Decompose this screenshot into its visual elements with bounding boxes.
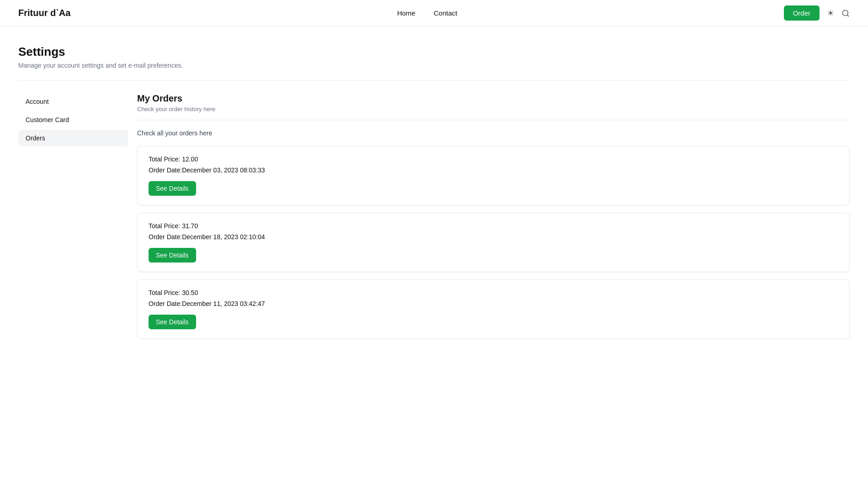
- sidebar: Account Customer Card Orders: [18, 93, 137, 346]
- sidebar-item-account[interactable]: Account: [18, 93, 128, 110]
- order-total: Total Price: 31.70: [149, 222, 838, 230]
- search-icon: [841, 9, 850, 17]
- theme-toggle-button[interactable]: ☀: [827, 8, 834, 18]
- see-details-button[interactable]: See Details: [149, 181, 196, 196]
- order-button[interactable]: Order: [784, 5, 820, 21]
- header-divider: [18, 80, 850, 80]
- nav-contact[interactable]: Contact: [434, 9, 458, 17]
- main-nav: Home Contact: [397, 9, 458, 17]
- see-details-button[interactable]: See Details: [149, 315, 196, 329]
- logo: Frituur d`Aa: [18, 8, 70, 18]
- section-divider: [137, 120, 850, 120]
- order-date: Order Date:December 03, 2023 08:03:33: [149, 166, 838, 174]
- order-date: Order Date:December 18, 2023 02:10:04: [149, 233, 838, 241]
- order-card: Total Price: 12.00Order Date:December 03…: [137, 146, 850, 205]
- search-button[interactable]: [841, 9, 850, 17]
- main-content: Settings Manage your account settings an…: [0, 27, 868, 346]
- order-total: Total Price: 12.00: [149, 155, 838, 163]
- svg-line-1: [847, 15, 848, 16]
- header-actions: Order ☀: [784, 5, 850, 21]
- see-details-button[interactable]: See Details: [149, 248, 196, 263]
- orders-section: My Orders Check your order history here …: [137, 93, 850, 346]
- nav-home[interactable]: Home: [397, 9, 415, 17]
- content-layout: Account Customer Card Orders My Orders C…: [18, 93, 850, 346]
- sun-icon: ☀: [827, 8, 834, 18]
- orders-intro: Check all your orders here: [137, 129, 850, 137]
- page-title: Settings: [18, 45, 850, 59]
- order-date: Order Date:December 11, 2023 03:42:47: [149, 300, 838, 307]
- page-subtitle: Manage your account settings and set e-m…: [18, 62, 850, 69]
- orders-list: Total Price: 12.00Order Date:December 03…: [137, 146, 850, 339]
- sidebar-item-orders[interactable]: Orders: [18, 130, 128, 146]
- order-total: Total Price: 30.50: [149, 289, 838, 296]
- order-card: Total Price: 31.70Order Date:December 18…: [137, 213, 850, 272]
- orders-section-subtitle: Check your order history here: [137, 106, 850, 113]
- orders-section-title: My Orders: [137, 93, 850, 104]
- header: Frituur d`Aa Home Contact Order ☀: [0, 0, 868, 27]
- sidebar-item-customer-card[interactable]: Customer Card: [18, 112, 128, 128]
- order-card: Total Price: 30.50Order Date:December 11…: [137, 279, 850, 339]
